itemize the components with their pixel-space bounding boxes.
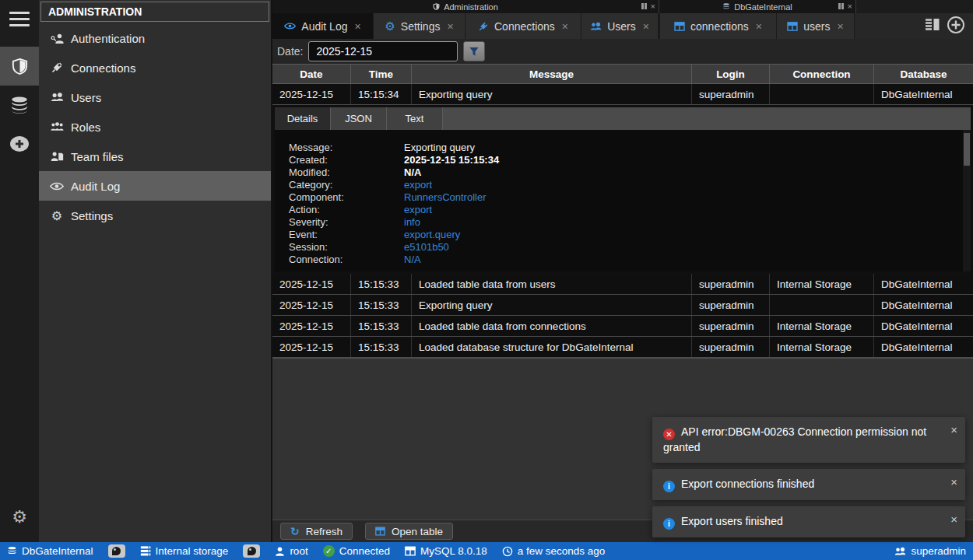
tab-details[interactable]: Details (275, 107, 331, 130)
status-database[interactable]: DbGateInternal (7, 545, 93, 557)
error-icon: ✕ (663, 429, 675, 440)
field-value-connection[interactable]: N/A (404, 254, 421, 265)
close-tab-icon[interactable]: × (354, 20, 360, 33)
tab-list-icon[interactable] (925, 18, 940, 34)
close-group-icon[interactable]: × (651, 2, 655, 10)
details-scrollbar[interactable] (963, 130, 971, 271)
tab-users[interactable]: Users × (581, 13, 659, 39)
table-row[interactable]: 2025-12-15 15:15:34 Exporting query supe… (272, 84, 973, 105)
status-storage[interactable]: Internal storage (140, 545, 229, 557)
admin-shield-icon[interactable] (0, 47, 39, 86)
new-tab-plus-icon[interactable] (947, 16, 965, 37)
sidebar-item-team-files[interactable]: Team files (39, 142, 271, 171)
cell-login: superadmin (692, 274, 770, 294)
field-value-session[interactable]: e5101b50 (404, 241, 449, 253)
close-toast-icon[interactable]: × (950, 512, 957, 527)
tab-table-users[interactable]: users × (777, 13, 855, 39)
status-database-label: DbGateInternal (22, 545, 93, 557)
column-header-date[interactable]: Date (272, 65, 351, 84)
column-header-message[interactable]: Message (412, 65, 692, 84)
sidebar-item-audit-log[interactable]: Audit Log (39, 171, 271, 201)
column-header-connection[interactable]: Connection (770, 65, 874, 84)
field-value-modified: N/A (404, 166, 421, 178)
menu-icon[interactable] (0, 0, 39, 37)
sidebar-item-authentication[interactable]: Authentication (39, 23, 271, 53)
field-label: Category: (289, 179, 404, 191)
sidebar-item-settings[interactable]: ⚙ Settings (39, 201, 271, 230)
field-label: Event: (289, 229, 404, 240)
tab-connections[interactable]: Connections × (465, 13, 581, 39)
toast-info[interactable]: iExport connections finished × (652, 469, 965, 500)
cell-message: Loaded database structure for DbGateInte… (412, 337, 692, 357)
close-tab-icon[interactable]: × (643, 20, 649, 33)
field-value-event[interactable]: export.query (404, 229, 460, 240)
close-tab-icon[interactable]: × (756, 20, 762, 33)
field-value-severity[interactable]: info (404, 216, 420, 228)
tab-json[interactable]: JSON (331, 107, 387, 130)
tab-group-administration[interactable]: Administration × (272, 0, 659, 13)
field-value-category[interactable]: export (404, 179, 432, 191)
plug-icon (50, 61, 64, 74)
check-icon: ✓ (323, 545, 335, 557)
column-header-time[interactable]: Time (351, 65, 412, 84)
close-tab-icon[interactable]: × (562, 20, 568, 33)
tab-bar: Audit Log × ⚙ Settings × Connections × U… (272, 13, 973, 39)
sidebar-item-label: Settings (71, 209, 113, 222)
cell-time: 15:15:33 (351, 337, 412, 357)
sidebar-item-connections[interactable]: Connections (39, 53, 271, 82)
refresh-button[interactable]: ↻ Refresh (280, 523, 353, 540)
field-label: Session: (289, 241, 404, 253)
field-label: Action: (289, 204, 404, 215)
table-row[interactable]: 2025-12-15 15:15:33 Loaded table data fr… (272, 316, 973, 337)
toast-error[interactable]: ✕API error:DBGM-00263 Connection permiss… (652, 417, 965, 463)
date-label: Date: (277, 45, 303, 58)
tab-audit-log[interactable]: Audit Log × (272, 13, 374, 39)
close-tab-icon[interactable]: × (447, 20, 453, 33)
tab-settings[interactable]: ⚙ Settings × (374, 13, 465, 39)
authentication-icon (50, 33, 64, 44)
status-logged-in-user[interactable]: superadmin (894, 545, 966, 557)
toast-info[interactable]: iExport users finished × (652, 506, 965, 537)
status-connected-label: Connected (339, 545, 390, 557)
administration-title: ADMINISTRATION (40, 2, 269, 22)
main-area: Administration × DbGateInternal × Audit … (272, 0, 973, 542)
database-icon[interactable] (0, 86, 39, 124)
column-header-login[interactable]: Login (692, 65, 770, 84)
tab-group-dbgateinternal[interactable]: DbGateInternal × (659, 0, 856, 13)
split-group-icon[interactable] (641, 3, 647, 9)
close-group-icon[interactable]: × (848, 2, 852, 10)
filter-button[interactable] (463, 41, 485, 61)
tab-text[interactable]: Text (387, 107, 443, 130)
table-row[interactable]: 2025-12-15 15:15:33 Exporting query supe… (272, 295, 973, 316)
field-value-component[interactable]: RunnersController (404, 191, 486, 203)
users-icon (590, 22, 602, 31)
status-last-refresh[interactable]: a few seconds ago (502, 545, 606, 557)
add-connection-icon[interactable] (0, 124, 39, 163)
table-row[interactable]: 2025-12-15 15:15:33 Loaded table data fr… (272, 274, 973, 295)
gear-icon: ⚙ (385, 19, 395, 33)
close-toast-icon[interactable]: × (950, 474, 957, 489)
storage-color-palette-icon[interactable] (243, 544, 260, 558)
cell-login: superadmin (692, 316, 770, 336)
split-group-icon[interactable] (838, 3, 844, 9)
open-table-button[interactable]: Open table (365, 523, 453, 540)
administration-panel: ADMINISTRATION Authentication Connection… (39, 0, 272, 542)
close-toast-icon[interactable]: × (950, 422, 957, 437)
database-color-palette-icon[interactable] (108, 544, 125, 558)
tab-table-connections[interactable]: connections × (659, 13, 777, 39)
settings-gear-icon[interactable]: ⚙ (0, 497, 39, 536)
status-server-version[interactable]: MySQL 8.0.18 (405, 545, 487, 557)
field-value-action[interactable]: export (404, 204, 432, 215)
column-header-database[interactable]: Database (874, 65, 973, 84)
status-user[interactable]: root (275, 545, 307, 557)
sidebar-item-users[interactable]: Users (39, 82, 271, 112)
status-connected[interactable]: ✓ Connected (323, 545, 390, 557)
field-value-created: 2025-12-15 15:15:34 (404, 154, 499, 166)
scrollbar-thumb[interactable] (964, 133, 970, 166)
sidebar-item-roles[interactable]: Roles (39, 112, 271, 142)
close-tab-icon[interactable]: × (838, 20, 844, 33)
date-input[interactable] (308, 41, 458, 61)
cell-database: DbGateInternal (874, 84, 973, 104)
table-row[interactable]: 2025-12-15 15:15:33 Loaded database stru… (272, 337, 973, 358)
cell-date: 2025-12-15 (272, 316, 351, 336)
